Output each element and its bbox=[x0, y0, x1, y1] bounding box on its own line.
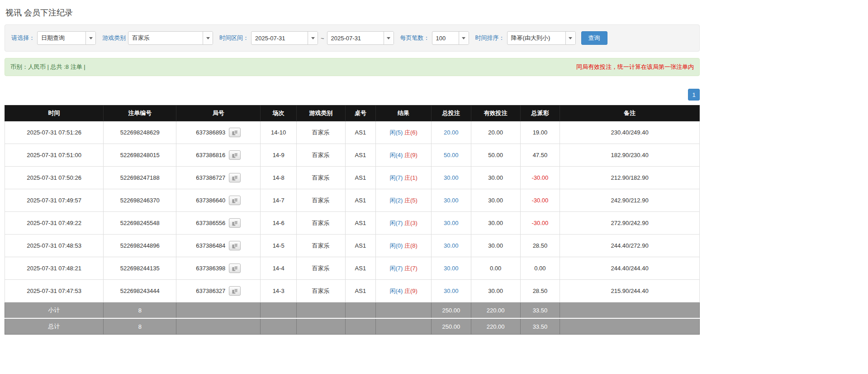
summary-cell: 250.00 bbox=[432, 302, 471, 319]
filter-label-time-range: 时间区间： bbox=[219, 34, 249, 42]
view-round-button[interactable] bbox=[229, 173, 241, 182]
result-player: 闲(0) bbox=[389, 242, 403, 249]
result-player: 闲(2) bbox=[389, 197, 403, 204]
cell-time: 2025-07-31 07:48:21 bbox=[5, 257, 104, 280]
table-header-row: 时间注单编号局号场次游戏类别桌号结果总投注有效投注总派彩备注 bbox=[5, 105, 700, 121]
cell-time: 2025-07-31 07:49:22 bbox=[5, 212, 104, 235]
view-round-button[interactable] bbox=[229, 241, 241, 250]
column-header-5: 游戏类别 bbox=[297, 105, 346, 121]
summary-cell bbox=[176, 302, 261, 319]
pagination-page-1[interactable]: 1 bbox=[688, 89, 700, 101]
column-header-8: 总投注 bbox=[432, 105, 471, 121]
summary-cell bbox=[176, 318, 261, 335]
column-header-11: 备注 bbox=[560, 105, 700, 121]
summary-bar: 币别：人民币 | 总共 :8 注单 | 同局有效投注，统一计算在该局第一张注单内 bbox=[5, 58, 700, 76]
filter-label-select: 请选择： bbox=[11, 34, 35, 42]
result-banker: 庄(7) bbox=[404, 265, 417, 272]
cell-bet-id: 522698247188 bbox=[104, 167, 176, 189]
cell-game-type: 百家乐 bbox=[297, 167, 346, 189]
table-row: 2025-07-31 07:49:22522698245548637386556… bbox=[5, 212, 700, 235]
result-banker: 庄(3) bbox=[404, 220, 417, 226]
summary-cell bbox=[345, 318, 376, 335]
result-player: 闲(4) bbox=[389, 288, 403, 294]
summary-row-total: 总计8250.00220.0033.50 bbox=[5, 318, 700, 335]
cell-table-no: AS1 bbox=[345, 235, 376, 257]
summary-cell bbox=[297, 302, 346, 319]
game-type-dropdown[interactable]: 百家乐 bbox=[128, 31, 213, 45]
cell-session: 14-6 bbox=[261, 212, 297, 235]
chevron-down-icon[interactable] bbox=[308, 32, 318, 44]
view-round-button[interactable] bbox=[229, 218, 241, 228]
total-bet-link[interactable]: 50.00 bbox=[444, 152, 459, 158]
cell-round-id: 637386398 bbox=[176, 257, 261, 280]
cell-total-bet: 30.00 bbox=[432, 280, 471, 302]
chevron-down-icon[interactable] bbox=[85, 32, 95, 44]
page: 视讯 会员下注纪录 请选择： 日期查询 游戏类别 百家乐 时间区间： 2025-… bbox=[0, 0, 704, 348]
total-bet-link[interactable]: 30.00 bbox=[444, 288, 459, 294]
total-bet-link[interactable]: 30.00 bbox=[444, 242, 459, 249]
table-body: 2025-07-31 07:51:26522698248629637386893… bbox=[5, 121, 700, 302]
cards-icon bbox=[232, 243, 238, 249]
total-bet-link[interactable]: 30.00 bbox=[444, 265, 459, 272]
search-button[interactable]: 查询 bbox=[581, 31, 607, 45]
view-round-button[interactable] bbox=[229, 196, 241, 205]
summary-cell bbox=[261, 302, 297, 319]
cell-total-bet: 20.00 bbox=[432, 121, 471, 144]
total-bet-link[interactable]: 30.00 bbox=[444, 220, 459, 226]
page-size-dropdown[interactable]: 100 bbox=[432, 31, 469, 45]
cell-bet-id: 522698248015 bbox=[104, 144, 176, 167]
cell-payout: 28.50 bbox=[520, 280, 560, 302]
time-sort-dropdown[interactable]: 降幂(由大到小) bbox=[507, 31, 576, 45]
total-bet-link[interactable]: 30.00 bbox=[444, 197, 459, 204]
chevron-down-icon[interactable] bbox=[203, 32, 213, 44]
cell-result: 闲(7) 庄(3) bbox=[376, 212, 432, 235]
cell-bet-id: 522698245548 bbox=[104, 212, 176, 235]
cell-session: 14-3 bbox=[261, 280, 297, 302]
cell-total-bet: 30.00 bbox=[432, 212, 471, 235]
cell-bet-id: 522698243444 bbox=[104, 280, 176, 302]
date-from-dropdown[interactable]: 2025-07-31 bbox=[251, 31, 318, 45]
cell-round-id: 637386816 bbox=[176, 144, 261, 167]
summary-cell: 33.50 bbox=[520, 302, 560, 319]
view-round-button[interactable] bbox=[229, 150, 241, 160]
cards-icon bbox=[232, 198, 238, 203]
view-round-button[interactable] bbox=[229, 128, 241, 137]
result-banker: 庄(5) bbox=[404, 197, 417, 204]
cell-table-no: AS1 bbox=[345, 212, 376, 235]
summary-note: 同局有效投注，统一计算在该局第一张注单内 bbox=[576, 63, 694, 71]
view-round-button[interactable] bbox=[229, 286, 241, 296]
cell-round-id: 637386484 bbox=[176, 235, 261, 257]
cell-time: 2025-07-31 07:51:00 bbox=[5, 144, 104, 167]
summary-cell bbox=[376, 318, 432, 335]
total-bet-link[interactable]: 30.00 bbox=[444, 174, 459, 181]
chevron-down-icon[interactable] bbox=[459, 32, 469, 44]
table-row: 2025-07-31 07:51:26522698248629637386893… bbox=[5, 121, 700, 144]
cell-remark: 215.90/244.40 bbox=[560, 280, 700, 302]
cell-valid-bet: 0.00 bbox=[471, 257, 520, 280]
chevron-down-icon[interactable] bbox=[565, 32, 575, 44]
cell-payout: -30.00 bbox=[520, 167, 560, 189]
summary-cell bbox=[297, 318, 346, 335]
cell-session: 14-9 bbox=[261, 144, 297, 167]
cell-table-no: AS1 bbox=[345, 167, 376, 189]
result-player: 闲(5) bbox=[389, 129, 403, 136]
view-round-button[interactable] bbox=[229, 264, 241, 273]
cell-result: 闲(7) 庄(1) bbox=[376, 167, 432, 189]
summary-cell bbox=[560, 302, 700, 319]
cell-result: 闲(2) 庄(5) bbox=[376, 189, 432, 212]
total-bet-link[interactable]: 20.00 bbox=[444, 129, 459, 136]
table-row: 2025-07-31 07:50:26522698247188637386727… bbox=[5, 167, 700, 189]
cell-remark: 182.90/230.40 bbox=[560, 144, 700, 167]
cell-bet-id: 522698248629 bbox=[104, 121, 176, 144]
cell-payout: -30.00 bbox=[520, 212, 560, 235]
cell-game-type: 百家乐 bbox=[297, 144, 346, 167]
chevron-down-icon[interactable] bbox=[384, 32, 394, 44]
cell-remark: 242.90/212.90 bbox=[560, 189, 700, 212]
summary-cell: 8 bbox=[104, 318, 176, 335]
date-to-dropdown[interactable]: 2025-07-31 bbox=[327, 31, 394, 45]
query-type-dropdown[interactable]: 日期查询 bbox=[37, 31, 96, 45]
summary-row-subtotal: 小计8250.00220.0033.50 bbox=[5, 302, 700, 319]
cell-game-type: 百家乐 bbox=[297, 280, 346, 302]
cell-table-no: AS1 bbox=[345, 189, 376, 212]
cell-total-bet: 30.00 bbox=[432, 189, 471, 212]
